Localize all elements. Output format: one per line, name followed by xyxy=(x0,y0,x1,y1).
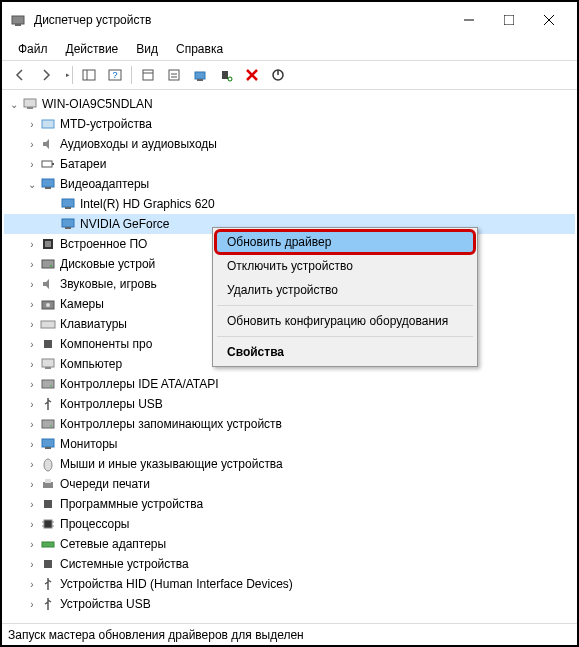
chevron-icon[interactable]: ⌄ xyxy=(26,178,38,190)
uninstall-button[interactable] xyxy=(240,64,264,86)
svg-rect-17 xyxy=(222,71,228,79)
chevron-icon[interactable]: › xyxy=(26,238,38,250)
device-icon xyxy=(40,436,56,452)
menu-action[interactable]: Действие xyxy=(58,40,127,58)
svg-rect-45 xyxy=(42,420,54,428)
minimize-button[interactable] xyxy=(449,4,489,36)
device-icon xyxy=(40,316,56,332)
disable-button[interactable] xyxy=(266,64,290,86)
chevron-icon[interactable]: › xyxy=(26,158,38,170)
tree-category[interactable]: ⌄Видеоадаптеры xyxy=(4,174,575,194)
svg-rect-52 xyxy=(44,500,52,508)
ctx-refresh-config[interactable]: Обновить конфигурацию оборудования xyxy=(215,309,475,333)
chevron-icon[interactable]: › xyxy=(26,458,38,470)
tree-category[interactable]: ›Мыши и иные указывающие устройства xyxy=(4,454,575,474)
category-label: Сетевые адаптеры xyxy=(60,537,166,551)
device-icon xyxy=(40,176,56,192)
svg-rect-32 xyxy=(65,227,71,229)
svg-rect-39 xyxy=(41,321,55,328)
category-label: Встроенное ПО xyxy=(60,237,147,251)
chevron-icon[interactable]: › xyxy=(26,518,38,530)
properties2-button[interactable] xyxy=(162,64,186,86)
help-button[interactable]: ? xyxy=(103,64,127,86)
chevron-icon[interactable]: › xyxy=(26,418,38,430)
tree-category[interactable]: ›Контроллеры запоминающих устройств xyxy=(4,414,575,434)
forward-button[interactable] xyxy=(34,64,58,86)
chevron-down-icon[interactable]: ⌄ xyxy=(8,98,20,110)
svg-rect-0 xyxy=(12,16,24,24)
svg-rect-15 xyxy=(195,72,205,79)
show-hide-tree-button[interactable] xyxy=(77,64,101,86)
tree-category[interactable]: ›Программные устройства xyxy=(4,494,575,514)
chevron-icon[interactable]: › xyxy=(26,498,38,510)
menu-view[interactable]: Вид xyxy=(128,40,166,58)
svg-point-18 xyxy=(228,77,232,81)
chevron-icon[interactable]: › xyxy=(26,258,38,270)
ctx-remove-device[interactable]: Удалить устройство xyxy=(215,278,475,302)
category-label: Устройства HID (Human Interface Devices) xyxy=(60,577,293,591)
tree-root[interactable]: ⌄ WIN-OIA9C5NDLAN xyxy=(4,94,575,114)
svg-point-44 xyxy=(50,385,52,387)
device-icon xyxy=(40,516,56,532)
svg-rect-42 xyxy=(45,367,51,369)
chevron-icon[interactable]: › xyxy=(26,378,38,390)
tree-category[interactable]: ›Системные устройства xyxy=(4,554,575,574)
menu-help[interactable]: Справка xyxy=(168,40,231,58)
tree-category[interactable]: ›Устройства USB xyxy=(4,594,575,612)
tree-category[interactable]: ›Очереди печати xyxy=(4,474,575,494)
scan-hardware-button[interactable] xyxy=(214,64,238,86)
statusbar-text: Запуск мастера обновления драйверов для … xyxy=(8,628,304,642)
tree-category[interactable]: ›Сетевые адаптеры xyxy=(4,534,575,554)
context-menu: Обновить драйвер Отключить устройство Уд… xyxy=(212,227,478,367)
chevron-icon[interactable]: › xyxy=(26,578,38,590)
chevron-icon[interactable]: › xyxy=(26,138,38,150)
svg-rect-24 xyxy=(42,120,54,128)
category-label: Компоненты про xyxy=(60,337,152,351)
tree-category[interactable]: ›Устройства HID (Human Interface Devices… xyxy=(4,574,575,594)
chevron-icon[interactable]: › xyxy=(26,298,38,310)
device-icon xyxy=(40,456,56,472)
device-icon xyxy=(40,596,56,612)
tree-device[interactable]: Intel(R) HD Graphics 620 xyxy=(4,194,575,214)
toolbar: ? xyxy=(2,61,577,90)
svg-rect-6 xyxy=(83,70,95,80)
chevron-icon[interactable]: › xyxy=(26,438,38,450)
computer-icon xyxy=(22,96,38,112)
chevron-icon[interactable]: › xyxy=(26,558,38,570)
device-label: Intel(R) HD Graphics 620 xyxy=(80,197,215,211)
chevron-icon[interactable]: › xyxy=(26,398,38,410)
chevron-icon[interactable]: › xyxy=(26,598,38,610)
svg-rect-59 xyxy=(44,560,52,568)
chevron-icon[interactable]: › xyxy=(26,278,38,290)
tree-category[interactable]: ›Батареи xyxy=(4,154,575,174)
ctx-update-driver[interactable]: Обновить драйвер xyxy=(214,229,476,255)
tree-category[interactable]: ›Контроллеры USB xyxy=(4,394,575,414)
tree-category[interactable]: ›Аудиовходы и аудиовыходы xyxy=(4,134,575,154)
close-button[interactable] xyxy=(529,4,569,36)
chevron-icon[interactable]: › xyxy=(26,318,38,330)
chevron-icon[interactable]: › xyxy=(26,478,38,490)
chevron-icon[interactable]: › xyxy=(26,358,38,370)
properties-button[interactable] xyxy=(136,64,160,86)
device-icon xyxy=(40,416,56,432)
ctx-properties[interactable]: Свойства xyxy=(215,340,475,364)
maximize-button[interactable] xyxy=(489,4,529,36)
tree-category[interactable]: ›Контроллеры IDE ATA/ATAPI xyxy=(4,374,575,394)
tree-category[interactable]: ›MTD-устройства xyxy=(4,114,575,134)
chevron-icon[interactable]: › xyxy=(26,538,38,550)
tree-category[interactable]: ›Процессоры xyxy=(4,514,575,534)
ctx-disable-device[interactable]: Отключить устройство xyxy=(215,254,475,278)
svg-point-49 xyxy=(44,459,52,471)
chevron-icon[interactable]: › xyxy=(26,118,38,130)
device-icon xyxy=(40,336,56,352)
back-button[interactable] xyxy=(8,64,32,86)
device-icon xyxy=(40,356,56,372)
menu-file[interactable]: Файл xyxy=(10,40,56,58)
category-label: Камеры xyxy=(60,297,104,311)
category-label: Очереди печати xyxy=(60,477,150,491)
svg-rect-22 xyxy=(24,99,36,107)
update-driver-button[interactable] xyxy=(188,64,212,86)
device-icon xyxy=(40,496,56,512)
tree-category[interactable]: ›Мониторы xyxy=(4,434,575,454)
chevron-icon[interactable]: › xyxy=(26,338,38,350)
